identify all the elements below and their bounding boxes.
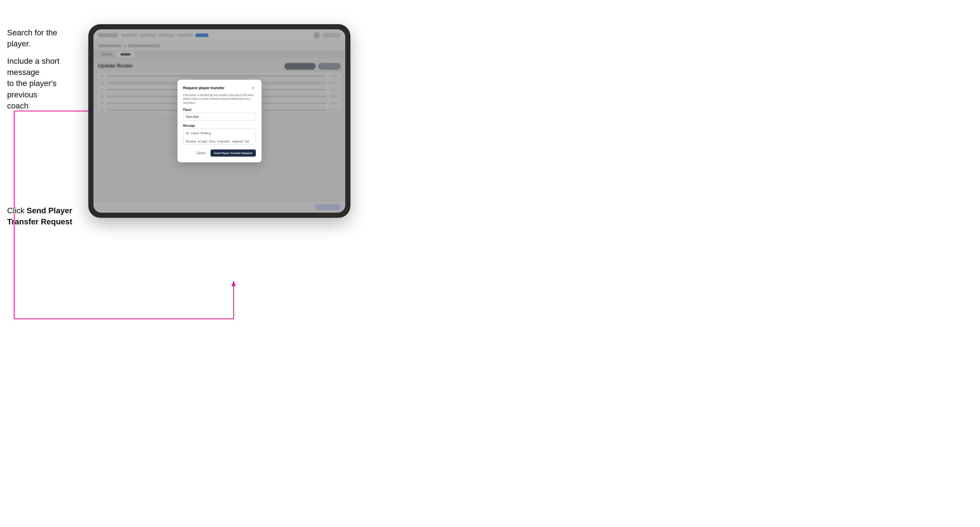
annotation-message-text: Include a short messageto the player's p…	[7, 56, 75, 111]
annotation-search-text: Search for the player.	[7, 27, 80, 49]
modal-title: Request player transfer	[183, 86, 224, 90]
modal-overlay: Request player transfer × If the player …	[94, 29, 345, 213]
tablet-screen: Update Roster	[94, 29, 345, 213]
player-field-label: Player	[183, 108, 256, 111]
player-input[interactable]	[183, 113, 256, 121]
modal-actions: Cancel Send Player Transfer Request	[183, 149, 256, 157]
cancel-button[interactable]: Cancel	[194, 150, 208, 156]
svg-marker-7	[232, 281, 235, 286]
close-button[interactable]: ×	[251, 86, 256, 90]
send-transfer-button[interactable]: Send Player Transfer Request	[210, 149, 256, 157]
request-transfer-modal: Request player transfer × If the player …	[178, 80, 261, 163]
message-textarea[interactable]: Hi Coach McHarg, Please accept this tran…	[183, 129, 256, 144]
modal-header: Request player transfer ×	[183, 86, 256, 90]
annotation-click-text: Click Send Player Transfer Request	[7, 205, 75, 227]
tablet-device: Update Roster	[88, 24, 350, 218]
message-field-label: Message	[183, 124, 256, 127]
modal-description: If the player is transferring from anoth…	[183, 94, 256, 105]
